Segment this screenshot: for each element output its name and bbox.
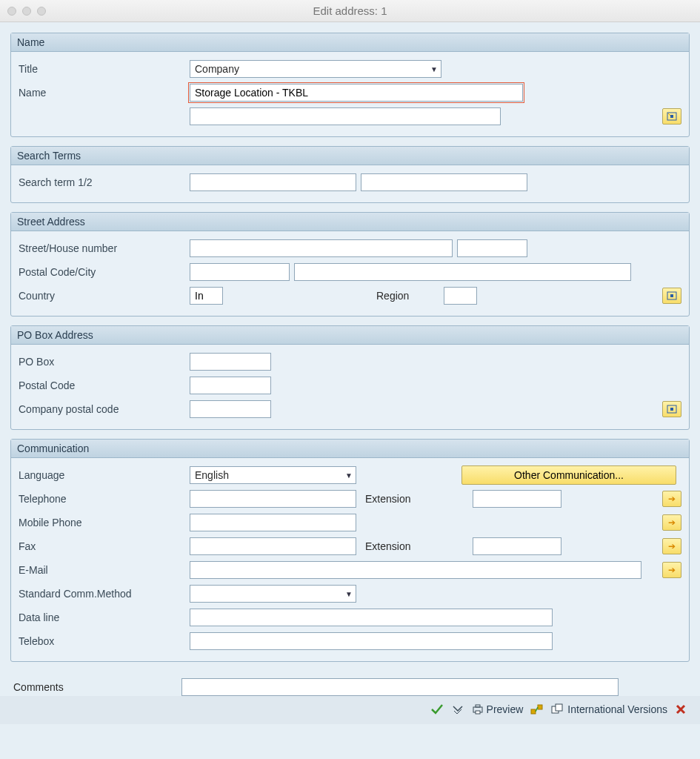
region-label: Region bbox=[376, 290, 439, 302]
fax-more-icon[interactable]: ➔ bbox=[662, 538, 681, 554]
international-versions-button[interactable]: International Versions bbox=[551, 703, 667, 715]
search-term1-input[interactable] bbox=[190, 173, 356, 191]
city-input[interactable] bbox=[294, 263, 631, 281]
pobox-postal-label: Postal Code bbox=[19, 380, 185, 391]
name-group: Name Title Company ▼ Name bbox=[10, 33, 690, 137]
tel-more-icon[interactable]: ➔ bbox=[662, 491, 681, 507]
bottom-toolbar: Preview International Versions bbox=[0, 696, 700, 724]
chevron-down-icon: ▼ bbox=[345, 590, 353, 598]
pobox-label: PO Box bbox=[19, 356, 185, 368]
telebox-label: Telebox bbox=[19, 635, 185, 647]
other-communication-button[interactable]: Other Communication... bbox=[461, 465, 676, 485]
search-terms-header: Search Terms bbox=[11, 147, 689, 165]
print-icon bbox=[472, 703, 484, 715]
communication-header: Communication bbox=[11, 440, 689, 458]
name-input[interactable] bbox=[190, 84, 523, 102]
reset-button[interactable] bbox=[451, 703, 464, 715]
postal-city-label: Postal Code/City bbox=[19, 266, 185, 278]
chevron-down-icon: ▼ bbox=[430, 65, 438, 73]
undo-icon bbox=[451, 703, 464, 715]
title-select[interactable]: Company ▼ bbox=[190, 60, 441, 78]
street-label: Street/House number bbox=[19, 242, 185, 254]
pobox-header: PO Box Address bbox=[11, 326, 689, 345]
street-address-header: Street Address bbox=[11, 213, 689, 231]
address-check-button[interactable] bbox=[530, 703, 544, 715]
comments-label: Comments bbox=[10, 681, 177, 693]
language-label: Language bbox=[19, 469, 185, 481]
language-select[interactable]: English ▼ bbox=[190, 466, 356, 484]
search-term-label: Search term 1/2 bbox=[19, 176, 185, 188]
dataline-label: Data line bbox=[19, 611, 185, 623]
country-label: Country bbox=[19, 290, 185, 302]
std-comm-label: Standard Comm.Method bbox=[19, 588, 185, 600]
expand-pobox-icon[interactable] bbox=[662, 401, 681, 417]
communication-group: Communication Language English ▼ Other C… bbox=[10, 439, 690, 662]
email-input[interactable] bbox=[190, 561, 641, 579]
versions-icon bbox=[551, 703, 564, 715]
preview-button[interactable]: Preview bbox=[472, 703, 524, 715]
svg-rect-3 bbox=[670, 294, 673, 297]
region-input[interactable] bbox=[444, 287, 477, 305]
name2-input[interactable] bbox=[190, 107, 501, 125]
dataline-input[interactable] bbox=[190, 609, 553, 626]
expand-street-icon[interactable] bbox=[662, 288, 681, 304]
telebox-input[interactable] bbox=[190, 632, 553, 650]
telephone-input[interactable] bbox=[190, 490, 356, 508]
mobile-input[interactable] bbox=[190, 514, 356, 531]
telephone-label: Telephone bbox=[19, 493, 185, 505]
fax-label: Fax bbox=[19, 540, 185, 552]
svg-rect-8 bbox=[476, 711, 480, 714]
company-postal-input[interactable] bbox=[190, 400, 271, 418]
email-label: E-Mail bbox=[19, 564, 185, 576]
title-select-value: Company bbox=[195, 63, 239, 75]
email-more-icon[interactable]: ➔ bbox=[662, 562, 681, 578]
postal-code-input[interactable] bbox=[190, 263, 290, 281]
pobox-input[interactable] bbox=[190, 353, 271, 371]
std-comm-select[interactable]: ▼ bbox=[190, 585, 356, 603]
svg-rect-12 bbox=[556, 704, 562, 711]
international-versions-label: International Versions bbox=[567, 703, 667, 715]
window-titlebar: Edit address: 1 bbox=[0, 0, 700, 22]
house-number-input[interactable] bbox=[457, 239, 527, 257]
language-select-value: English bbox=[195, 469, 229, 481]
mobile-label: Mobile Phone bbox=[19, 517, 185, 528]
svg-rect-9 bbox=[531, 709, 536, 714]
name-group-header: Name bbox=[11, 33, 689, 52]
comments-input[interactable] bbox=[181, 678, 619, 696]
pobox-group: PO Box Address PO Box Postal Code Compan… bbox=[10, 325, 690, 430]
check-icon bbox=[430, 703, 444, 715]
street-input[interactable] bbox=[190, 239, 453, 257]
tel-extension-label: Extension bbox=[361, 493, 468, 505]
title-label: Title bbox=[19, 63, 185, 75]
preview-label: Preview bbox=[487, 703, 524, 715]
chevron-down-icon: ▼ bbox=[345, 471, 353, 480]
search-terms-group: Search Terms Search term 1/2 bbox=[10, 146, 690, 203]
company-postal-label: Company postal code bbox=[19, 403, 185, 415]
mobile-more-icon[interactable]: ➔ bbox=[662, 514, 681, 531]
expand-name-icon[interactable] bbox=[662, 108, 681, 125]
accept-button[interactable] bbox=[430, 703, 444, 715]
street-address-group: Street Address Street/House number Posta… bbox=[10, 212, 690, 316]
fax-extension-input[interactable] bbox=[473, 537, 561, 555]
svg-rect-5 bbox=[670, 408, 673, 411]
name-label: Name bbox=[19, 87, 185, 99]
link-icon bbox=[530, 703, 544, 715]
cancel-button[interactable] bbox=[675, 703, 687, 715]
svg-rect-10 bbox=[538, 705, 542, 709]
search-term2-input[interactable] bbox=[361, 173, 527, 191]
country-input[interactable] bbox=[190, 287, 223, 305]
fax-input[interactable] bbox=[190, 537, 356, 555]
window-title: Edit address: 1 bbox=[0, 4, 700, 17]
close-icon bbox=[675, 703, 687, 715]
pobox-postal-input[interactable] bbox=[190, 377, 271, 394]
tel-extension-input[interactable] bbox=[473, 490, 561, 508]
svg-rect-7 bbox=[476, 705, 480, 707]
svg-rect-1 bbox=[670, 115, 673, 118]
fax-extension-label: Extension bbox=[361, 540, 468, 552]
